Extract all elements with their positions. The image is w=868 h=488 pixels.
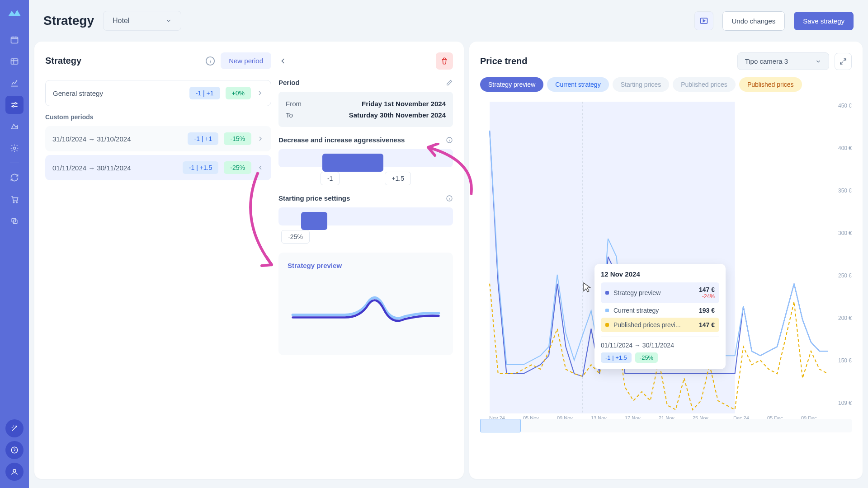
svg-point-2: [15, 103, 16, 104]
y-tick: 450 €: [838, 103, 852, 109]
tooltip-range: 01/11/2024 → 30/11/2024: [601, 342, 719, 349]
svg-point-4: [14, 147, 16, 150]
period-row-1[interactable]: 01/11/2024 → 30/11/2024 -1 | +1.5 -25%: [45, 155, 271, 180]
edit-icon[interactable]: [446, 79, 453, 86]
sync-icon[interactable]: [5, 169, 24, 187]
chart-icon[interactable]: [5, 74, 24, 92]
trend-panel: Price trend Tipo camera 3 Strategy previ…: [469, 42, 863, 479]
svg-point-10: [13, 469, 16, 472]
chevron-right-icon: [256, 89, 264, 97]
hotel-selector-label: Hotel: [113, 17, 129, 25]
date-box: FromFriday 1st November 2024 ToSaturday …: [278, 92, 453, 127]
y-tick: 250 €: [838, 272, 852, 279]
save-button[interactable]: Save strategy: [794, 12, 854, 30]
preview-chart: [288, 278, 444, 346]
new-period-button[interactable]: New period: [221, 52, 271, 69]
svg-point-6: [16, 202, 18, 203]
strategy-preview-box: Strategy preview: [278, 253, 453, 355]
period-detail: Period FromFriday 1st November 2024 ToSa…: [278, 52, 453, 468]
from-value: Friday 1st November 2024: [362, 100, 446, 108]
trend-title: Price trend: [480, 56, 527, 66]
svg-rect-1: [11, 59, 18, 64]
video-button[interactable]: [694, 11, 713, 30]
sliders-icon[interactable]: [5, 96, 24, 114]
starting-slider[interactable]: [278, 207, 453, 225]
cart-icon[interactable]: [5, 190, 24, 208]
period-aggr: -1 | +1.5: [183, 161, 219, 174]
sidebar: [0, 0, 29, 488]
shape-icon[interactable]: [5, 117, 24, 136]
y-tick: 400 €: [838, 145, 852, 151]
chevron-right-icon: [257, 135, 264, 142]
y-tick: 300 €: [838, 230, 852, 236]
user-icon[interactable]: [5, 463, 24, 481]
main: Strategy Hotel Undo changes Save strateg…: [29, 0, 868, 488]
info-icon[interactable]: [205, 56, 215, 66]
period-range: 01/11/2024 → 30/11/2024: [52, 164, 177, 172]
chart-brush[interactable]: [480, 419, 852, 432]
strategy-title: Strategy: [45, 56, 81, 66]
chart-tooltip: 12 Nov 2024 Strategy preview147 €-24%Cur…: [594, 264, 726, 369]
tooltip-row: Published prices previ...147 €: [601, 318, 719, 332]
tooltip-date: 12 Nov 2024: [601, 270, 719, 278]
y-tick: 150 €: [838, 357, 852, 364]
chart-tabs: Strategy previewCurrent strategyStarting…: [480, 77, 852, 92]
arrow-annotation: [417, 143, 476, 202]
room-type-selector[interactable]: Tipo camera 3: [737, 52, 829, 70]
undo-button[interactable]: Undo changes: [722, 11, 785, 31]
page-title: Strategy: [43, 14, 94, 28]
chevron-down-icon: [165, 18, 172, 24]
content: Strategy New period General strategy -1 …: [29, 42, 868, 488]
hotel-selector[interactable]: Hotel: [103, 11, 181, 31]
chart-tab[interactable]: Starting prices: [613, 77, 669, 92]
period-row-0[interactable]: 31/10/2024 → 31/10/2024 -1 | +1 -15%: [45, 126, 271, 151]
expand-button[interactable]: [835, 53, 852, 70]
arrow-annotation: [242, 170, 297, 274]
tooltip-row: Strategy preview147 €-24%: [601, 282, 719, 303]
svg-rect-0: [11, 37, 18, 43]
header: Strategy Hotel Undo changes Save strateg…: [29, 0, 868, 42]
tooltip-aggr: -1 | +1.5: [601, 352, 632, 363]
to-value: Saturday 30th November 2024: [349, 111, 446, 119]
from-label: From: [286, 100, 302, 108]
tooltip-offset: -25%: [635, 352, 658, 363]
delete-button[interactable]: [436, 52, 453, 70]
y-tick: 200 €: [838, 315, 852, 321]
aggr-title: Decrease and increase aggressiveness: [278, 136, 405, 144]
divider: [10, 163, 19, 163]
preview-title: Strategy preview: [288, 262, 444, 269]
svg-point-5: [13, 202, 14, 203]
room-type-label: Tipo camera 3: [745, 57, 788, 65]
aggr-high: +1.5: [385, 172, 411, 185]
aggr-low: -1: [321, 172, 340, 185]
chart-tab[interactable]: Published prices: [673, 77, 736, 92]
chart-area: 450 €400 €350 €300 €250 €200 €150 €109 €…: [480, 99, 852, 433]
custom-periods-label: Custom periods: [45, 113, 271, 121]
table-icon[interactable]: [5, 52, 24, 70]
y-tick: 109 €: [838, 400, 852, 406]
wand-icon[interactable]: [5, 419, 24, 437]
app-logo: [7, 7, 22, 18]
period-aggr: -1 | +1: [188, 132, 218, 145]
period-offset: -15%: [224, 132, 251, 145]
tooltip-row: Current strategy193 €: [601, 303, 719, 318]
chevron-down-icon: [815, 58, 821, 65]
strategy-list: Strategy New period General strategy -1 …: [45, 52, 271, 468]
strategy-panel: Strategy New period General strategy -1 …: [34, 42, 464, 479]
svg-point-3: [13, 106, 14, 107]
y-tick: 350 €: [838, 188, 852, 194]
chart-tab[interactable]: Current strategy: [547, 77, 609, 92]
calendar-icon[interactable]: [5, 31, 24, 49]
period-range: 31/10/2024 → 31/10/2024: [52, 135, 182, 143]
back-button[interactable]: [278, 56, 288, 66]
chart-tab[interactable]: Strategy preview: [480, 77, 543, 92]
chart-tab[interactable]: Published prices: [739, 77, 802, 92]
general-offset-badge: +0%: [226, 87, 251, 99]
to-label: To: [286, 111, 293, 119]
help-icon[interactable]: [5, 441, 24, 459]
general-label: General strategy: [53, 89, 184, 97]
general-strategy-row[interactable]: General strategy -1 | +1 +0%: [45, 80, 271, 106]
gear-icon[interactable]: [5, 139, 24, 157]
period-section-title: Period: [278, 79, 300, 86]
link-icon[interactable]: [5, 212, 24, 230]
